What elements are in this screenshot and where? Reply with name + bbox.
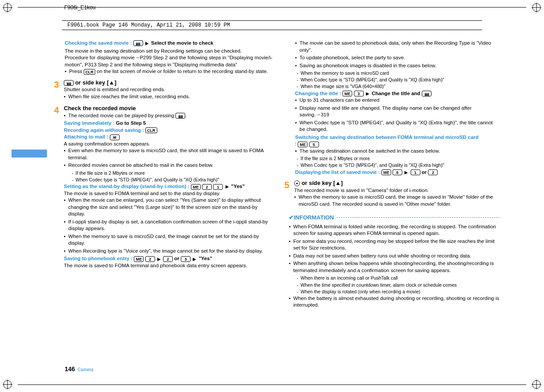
text: When the battery is almost exhausted dur…	[293, 295, 500, 309]
svg-point-3	[532, 4, 540, 12]
mid: or	[422, 169, 428, 175]
bullet: When the memory to save is microSD card,…	[64, 233, 276, 247]
num-key-icon: 1	[411, 169, 420, 175]
book-meta: F906i.book Page 146 Monday, April 21, 20…	[62, 20, 482, 30]
step-number: 3	[54, 79, 64, 91]
step-number: 5	[284, 179, 294, 191]
up-arrow-icon: ▲	[109, 79, 115, 86]
line: A saving confirmation screen appears.	[64, 141, 276, 148]
line: Shutter sound is emitted and recording e…	[64, 86, 276, 93]
label: Setting as the stand-by display (stand-b…	[64, 184, 191, 189]
crop-target-br	[532, 380, 541, 389]
saving-immediately: Saving immediately : Go to Step 5	[64, 120, 276, 127]
step-number: 4	[54, 104, 64, 116]
arrow-icon: ▶	[404, 169, 408, 176]
info-title: ✔INFORMATION	[289, 214, 334, 222]
text: If the file size is 2 Mbytes or more	[76, 170, 145, 176]
text: Press	[69, 69, 84, 74]
crop-target-bl	[3, 380, 12, 389]
num-key-icon: 6	[392, 169, 402, 175]
text: Up to 31 characters can be entered	[299, 97, 379, 104]
crop-target-tr	[532, 3, 541, 12]
num-key-icon: 5	[309, 142, 319, 147]
side-tab	[12, 150, 47, 158]
text: When the image size is "VGA (640×480)"	[301, 83, 386, 89]
desc: Procedure for displaying movie→P299 Step…	[65, 54, 276, 68]
text: .	[185, 113, 187, 118]
info-bullet: Data may not be saved when battery runs …	[289, 253, 500, 260]
value: Go to Step 5	[116, 120, 146, 126]
text: The movie can be saved to phonebook data…	[299, 40, 500, 54]
bullet: When the memory to save is microSD card,…	[294, 194, 500, 208]
page-number: 146	[65, 365, 75, 373]
clr-key-icon: CLR	[145, 127, 157, 133]
bullet: Saving as phonebook images is disabled i…	[295, 62, 500, 69]
text: Data may not be saved when battery runs …	[293, 253, 471, 260]
label: Changing the title :	[295, 91, 342, 96]
me-key-icon: ME	[342, 91, 352, 96]
doc-header: F906i_E1kou	[64, 4, 96, 11]
dash-item: When the time specified in countdown tim…	[297, 282, 500, 288]
label: Saving to phonebook entry :	[64, 256, 134, 261]
text: When there is an incoming call or PushTa…	[301, 275, 398, 281]
text: Recorded movies cannot be attached to ma…	[68, 162, 214, 169]
clr-key-icon: CLR	[84, 69, 96, 75]
me-key-icon: ME	[381, 169, 391, 175]
arrow-icon: ▶	[225, 184, 229, 190]
info-bullet: When FOMA terminal is folded while recor…	[289, 223, 500, 237]
dash-item: When the display is rotated (only when r…	[297, 288, 500, 295]
bullet: Display name and title are changed. The …	[295, 105, 500, 119]
bullet: Even when the memory to save is microSD …	[64, 147, 276, 161]
svg-point-0	[4, 4, 12, 12]
text: When the memory to save is microSD card,…	[299, 194, 500, 208]
bullet: When the movie can be enlarged, you can …	[64, 197, 276, 218]
dash-item: When the image size is "VGA (640×480)"	[297, 83, 500, 89]
center-key-icon: ●	[294, 181, 300, 186]
dash-item: If the file size is 2 Mbytes or more	[297, 155, 500, 161]
switching-keys: : ME 5	[295, 141, 500, 148]
step-3: 3 📷 or side key [▲] Shutter sound is emi…	[54, 79, 276, 101]
column-right: The movie can be saved to phonebook data…	[289, 40, 500, 379]
camera-key-icon: 📷	[175, 113, 185, 119]
text: When Codec type is "STD (MPEG4)", and Qu…	[301, 77, 444, 83]
text: ]	[114, 79, 116, 86]
bullet: When Recording type is "Voice only", the…	[64, 248, 276, 255]
information-header: ✔INFORMATION	[289, 214, 500, 222]
step-5: 5 ● or side key [▲] The recorded movie i…	[284, 179, 500, 208]
text: If the file size is 2 Mbytes or more	[301, 155, 370, 161]
line: The movie is saved to FOMA terminal and …	[64, 262, 276, 269]
text: ]	[341, 180, 342, 186]
switching-destination: Switching the saving destination between…	[295, 134, 500, 141]
num-key-icon: 2	[163, 256, 173, 262]
phonebook-entry: Saving to phonebook entry : ME 2 ▶ 2 or …	[64, 255, 276, 262]
label: Recording again without saving :	[64, 127, 145, 133]
label: Checking the saved movie :	[65, 40, 133, 46]
bullet: Up to 31 characters can be entered	[295, 97, 500, 104]
me-key-icon: ME	[298, 142, 307, 147]
bullet: If i-αppli stand-by display is set, a ca…	[64, 219, 276, 232]
text: When the memory to save is microSD card,…	[68, 233, 276, 247]
bullet: When Codec type is "STD (MPEG4)", and Qu…	[295, 119, 500, 133]
text: or side key [	[75, 79, 109, 86]
mid: or	[174, 256, 181, 261]
line: The recorded movie is saved in "Camera" …	[294, 187, 500, 194]
text: When Codec type is "STD (MPEG4)", and Qu…	[76, 177, 219, 183]
arrow-icon: ▶	[157, 256, 161, 262]
after: Select the movie to check	[151, 40, 214, 46]
label: Saving immediately :	[64, 120, 116, 126]
bullet: Press CLR on the list screen of movie or…	[65, 68, 276, 75]
info-bullet: When the battery is almost exhausted dur…	[289, 295, 500, 309]
step-heading: Check the recorded movie	[64, 104, 276, 112]
arrow-icon: ▶	[366, 91, 369, 97]
num-key-icon: 3	[354, 91, 364, 96]
displaying-list: Displaying the list of saved movie : ME …	[295, 169, 500, 176]
text: When Codec type is "STD (MPEG4)", and Qu…	[301, 162, 444, 168]
recording-again: Recording again without saving : CLR	[64, 127, 276, 134]
svg-point-9	[532, 380, 540, 388]
camera-key-icon: 📷	[422, 91, 431, 96]
after: "Yes"	[231, 184, 245, 189]
text: For some data you record, recording may …	[293, 238, 500, 252]
arrow-icon: ▶	[145, 40, 149, 46]
me-key-icon: ME	[134, 256, 144, 262]
after: "Yes"	[198, 256, 212, 261]
